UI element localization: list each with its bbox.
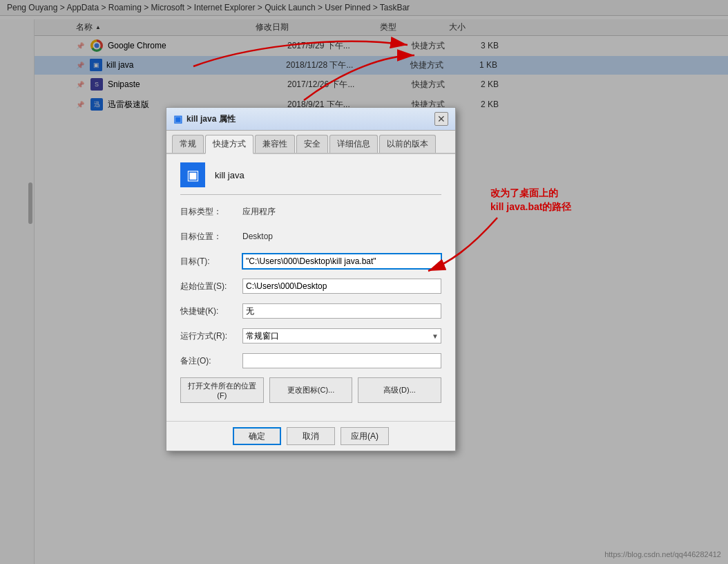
dialog-tab-常规[interactable]: 常规 bbox=[172, 135, 204, 153]
target-location-label: 目标位置： bbox=[180, 231, 242, 243]
dialog-action-buttons: 打开文件所在的位置(F) 更改图标(C)... 高级(D)... bbox=[180, 377, 441, 403]
form-row-target-type: 目标类型： 应用程序 bbox=[180, 203, 441, 220]
properties-dialog: ▣ kill java 属性 ✕ 常规快捷方式兼容性安全详细信息以前的版本 ki… bbox=[166, 107, 456, 451]
dialog-icon-name-row: kill java bbox=[180, 162, 441, 195]
target-type-value: 应用程序 bbox=[242, 206, 276, 218]
form-row-start-location: 起始位置(S): bbox=[180, 278, 441, 294]
dialog-tab-安全[interactable]: 安全 bbox=[296, 135, 328, 153]
form-row-shortcut: 快捷键(K): bbox=[180, 303, 441, 319]
start-location-label: 起始位置(S): bbox=[180, 281, 242, 292]
dialog-body: kill java 目标类型： 应用程序 目标位置： Desktop 目标(T)… bbox=[166, 154, 455, 421]
change-icon-button[interactable]: 更改图标(C)... bbox=[269, 377, 353, 403]
dialog-tab-兼容性[interactable]: 兼容性 bbox=[255, 135, 295, 153]
dialog-filename: kill java bbox=[215, 170, 245, 180]
shortcut-key-input[interactable] bbox=[242, 303, 441, 319]
shortcut-key-label: 快捷键(K): bbox=[180, 306, 242, 317]
dialog-footer: 确定 取消 应用(A) bbox=[166, 421, 455, 451]
run-mode-select[interactable]: 常规窗口 bbox=[242, 328, 441, 344]
dialog-tabs: 常规快捷方式兼容性安全详细信息以前的版本 bbox=[166, 131, 455, 154]
dialog-tab-以前的版本[interactable]: 以前的版本 bbox=[379, 135, 436, 153]
comment-input[interactable] bbox=[242, 353, 441, 368]
form-row-target: 目标(T): bbox=[180, 253, 441, 270]
target-type-label: 目标类型： bbox=[180, 206, 242, 218]
form-row-target-location: 目标位置： Desktop bbox=[180, 228, 441, 245]
dialog-title: ▣ kill java 属性 bbox=[173, 113, 236, 125]
start-location-input[interactable] bbox=[242, 279, 441, 294]
dialog-tab-详细信息[interactable]: 详细信息 bbox=[329, 135, 378, 153]
apply-button[interactable]: 应用(A) bbox=[341, 427, 389, 445]
target-input[interactable] bbox=[242, 254, 441, 269]
form-row-run-mode: 运行方式(R): 常规窗口 ▼ bbox=[180, 328, 441, 344]
run-mode-label: 运行方式(R): bbox=[180, 330, 242, 342]
target-label: 目标(T): bbox=[180, 256, 242, 267]
dialog-title-text: kill java 属性 bbox=[186, 113, 236, 125]
comment-label: 备注(O): bbox=[180, 355, 242, 367]
open-location-button[interactable]: 打开文件所在的位置(F) bbox=[180, 377, 264, 403]
cancel-button[interactable]: 取消 bbox=[287, 427, 335, 445]
run-mode-select-wrapper[interactable]: 常规窗口 ▼ bbox=[242, 328, 441, 344]
target-location-value: Desktop bbox=[242, 232, 273, 241]
dialog-file-icon bbox=[180, 162, 205, 187]
advanced-button[interactable]: 高级(D)... bbox=[358, 377, 441, 403]
dialog-titlebar: ▣ kill java 属性 ✕ bbox=[166, 108, 455, 131]
ok-button[interactable]: 确定 bbox=[233, 427, 281, 445]
dialog-tab-快捷方式[interactable]: 快捷方式 bbox=[205, 135, 253, 154]
form-row-comment: 备注(O): bbox=[180, 352, 441, 369]
dialog-close-button[interactable]: ✕ bbox=[434, 112, 448, 126]
